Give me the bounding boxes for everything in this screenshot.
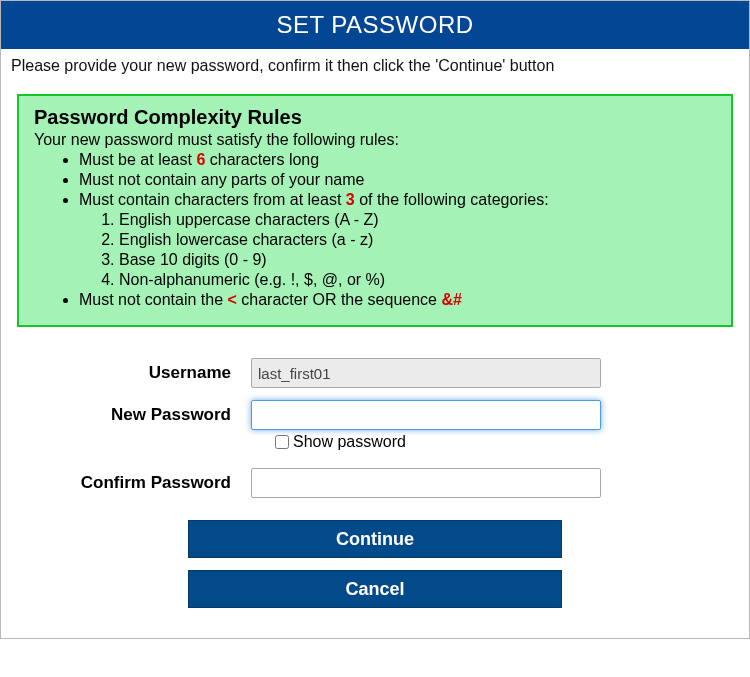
button-area: Continue Cancel: [31, 510, 719, 628]
rules-list: Must be at least 6 characters long Must …: [34, 151, 716, 309]
rule-min-length-number: 6: [196, 151, 205, 168]
rules-title: Password Complexity Rules: [34, 106, 716, 129]
new-password-field[interactable]: [251, 400, 601, 430]
confirm-password-field[interactable]: [251, 468, 601, 498]
rule-no-name: Must not contain any parts of your name: [79, 171, 716, 189]
set-password-dialog: SET PASSWORD Please provide your new pas…: [0, 0, 750, 639]
show-password-label: Show password: [293, 433, 406, 451]
confirm-password-label: Confirm Password: [31, 473, 251, 493]
category-digits: Base 10 digits (0 - 9): [119, 251, 716, 269]
rules-intro: Your new password must satisfy the follo…: [34, 131, 716, 149]
username-row: Username: [31, 358, 719, 388]
dialog-title: SET PASSWORD: [276, 11, 473, 38]
dialog-header: SET PASSWORD: [1, 1, 749, 49]
category-list: English uppercase characters (A - Z) Eng…: [79, 211, 716, 289]
username-field: [251, 358, 601, 388]
rule-categories-number: 3: [346, 191, 355, 208]
category-nonalpha: Non-alphanumeric (e.g. !, $, @, or %): [119, 271, 716, 289]
password-rules-box: Password Complexity Rules Your new passw…: [17, 94, 733, 327]
show-password-row: Show password: [271, 432, 719, 452]
forbidden-lt: <: [228, 291, 237, 308]
new-password-row: New Password: [31, 400, 719, 430]
cancel-button[interactable]: Cancel: [188, 570, 562, 608]
confirm-password-row: Confirm Password: [31, 468, 719, 498]
show-password-checkbox[interactable]: [275, 435, 289, 449]
instruction-text: Please provide your new password, confir…: [1, 49, 749, 79]
forbidden-amp-hash: &#: [441, 291, 461, 308]
category-lowercase: English lowercase characters (a - z): [119, 231, 716, 249]
continue-button[interactable]: Continue: [188, 520, 562, 558]
username-label: Username: [31, 363, 251, 383]
new-password-label: New Password: [31, 405, 251, 425]
rule-min-length: Must be at least 6 characters long: [79, 151, 716, 169]
rule-categories: Must contain characters from at least 3 …: [79, 191, 716, 289]
form-area: Username New Password Show password Conf…: [1, 342, 749, 638]
category-uppercase: English uppercase characters (A - Z): [119, 211, 716, 229]
rule-forbidden-chars: Must not contain the < character OR the …: [79, 291, 716, 309]
